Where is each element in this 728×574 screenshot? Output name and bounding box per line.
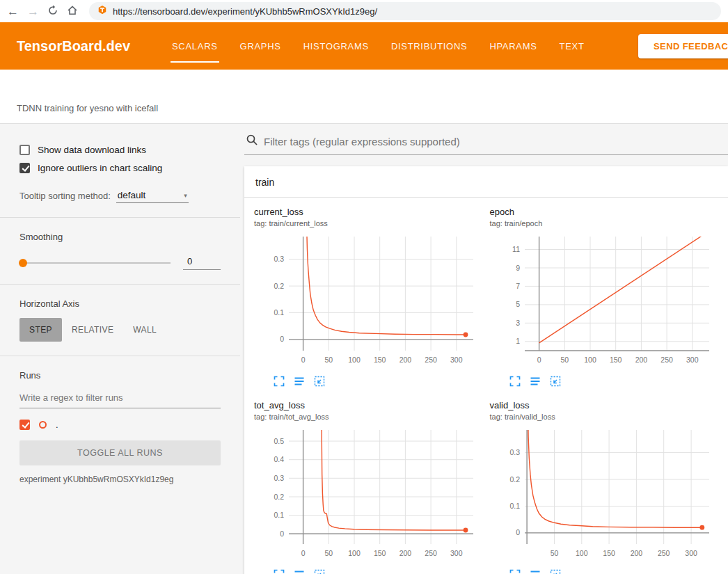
svg-text:150: 150	[374, 549, 386, 557]
smoothing-value[interactable]: 0	[183, 256, 221, 270]
svg-text:200: 200	[399, 356, 412, 364]
charts-grid: current_loss tag: train/current_loss 00.…	[244, 198, 728, 574]
fit-domain-icon[interactable]	[550, 376, 561, 387]
expand-icon[interactable]	[509, 569, 521, 574]
address-bar[interactable]: https://tensorboard.dev/experiment/yKUbh…	[89, 2, 721, 20]
scalar-line-chart[interactable]: 00.10.20.30.40.5050100150200250300	[254, 426, 477, 565]
chart-tag: tag: train/valid_loss	[490, 412, 719, 422]
svg-text:0.5: 0.5	[274, 437, 284, 445]
send-feedback-button[interactable]: SEND FEEDBACK	[638, 34, 728, 58]
svg-text:0: 0	[537, 356, 541, 364]
runs-label: Runs	[19, 370, 221, 381]
tab-histograms[interactable]: HISTOGRAMS	[292, 22, 380, 70]
axis-wall-button[interactable]: WALL	[123, 318, 166, 342]
app-header: TensorBoard.dev SCALARS GRAPHS HISTOGRAM…	[0, 22, 728, 70]
back-icon[interactable]: ←	[7, 6, 19, 17]
svg-text:250: 250	[660, 356, 673, 364]
fit-domain-icon[interactable]	[550, 569, 561, 574]
show-download-label: Show data download links	[38, 145, 146, 155]
svg-text:250: 250	[425, 356, 437, 364]
svg-text:50: 50	[324, 549, 333, 557]
svg-text:0.4: 0.4	[274, 455, 284, 463]
chart-tag: tag: train/current_loss	[254, 218, 483, 229]
expand-icon[interactable]	[509, 376, 521, 387]
svg-text:50: 50	[550, 549, 558, 557]
data-table-icon[interactable]	[530, 376, 541, 387]
run-checkbox[interactable]	[19, 420, 30, 430]
divider	[0, 356, 240, 356]
tab-text[interactable]: TEXT	[548, 22, 596, 70]
svg-text:250: 250	[425, 549, 437, 557]
show-download-checkbox[interactable]	[19, 145, 30, 155]
chart-card-epoch: epoch tag: train/epoch 13579110501001502…	[490, 206, 719, 387]
reload-icon[interactable]	[47, 5, 58, 18]
svg-text:0.2: 0.2	[509, 475, 520, 484]
svg-text:5: 5	[516, 300, 520, 308]
scalar-line-chart[interactable]: 00.10.20.350100150200250300	[490, 426, 713, 565]
tooltip-sorting-value: default	[118, 190, 146, 200]
toggle-all-runs-button[interactable]: TOGGLE ALL RUNS	[19, 440, 221, 465]
data-table-icon[interactable]	[294, 569, 305, 574]
chart-title: epoch	[490, 206, 719, 218]
scalar-line-chart[interactable]: 00.10.20.3050100150200250300	[254, 232, 477, 372]
slider-thumb[interactable]	[19, 259, 27, 267]
site-favicon	[97, 5, 107, 17]
svg-text:0.1: 0.1	[274, 511, 284, 519]
chart-tag: tag: train/epoch	[490, 218, 719, 229]
fit-domain-icon[interactable]	[314, 569, 325, 574]
axis-relative-button[interactable]: RELATIVE	[62, 318, 123, 342]
smoothing-label: Smoothing	[19, 232, 221, 242]
svg-text:0: 0	[301, 549, 306, 557]
svg-text:250: 250	[657, 549, 670, 557]
expand-icon[interactable]	[274, 376, 285, 387]
experiment-title-bar: TDNN training for yesno with icefall	[0, 70, 728, 124]
svg-text:3: 3	[516, 319, 520, 327]
tab-hparams[interactable]: HPARAMS	[478, 22, 548, 70]
chart-card-tot-avg-loss: tot_avg_loss tag: train/tot_avg_loss 00.…	[254, 399, 483, 574]
svg-text:50: 50	[560, 356, 569, 364]
svg-text:100: 100	[576, 549, 588, 557]
run-list-item[interactable]: .	[19, 420, 221, 430]
svg-text:150: 150	[609, 356, 622, 364]
scalar-line-chart[interactable]: 1357911050100150200250300	[490, 232, 713, 372]
tooltip-sorting-label: Tooltip sorting method:	[19, 191, 111, 203]
chevron-down-icon: ▾	[184, 192, 187, 199]
browser-toolbar: ← → https://tensorboard.dev/experiment/y…	[0, 0, 728, 22]
svg-text:0.3: 0.3	[274, 474, 284, 482]
svg-text:150: 150	[374, 356, 386, 364]
tab-graphs[interactable]: GRAPHS	[229, 22, 292, 70]
experiment-title: TDNN training for yesno with icefall	[17, 103, 158, 113]
data-table-icon[interactable]	[530, 569, 541, 574]
tag-filter-input[interactable]	[264, 136, 728, 148]
svg-text:300: 300	[685, 549, 697, 557]
svg-text:300: 300	[450, 549, 463, 557]
fit-domain-icon[interactable]	[314, 376, 325, 387]
axis-step-button[interactable]: STEP	[19, 318, 62, 342]
data-table-icon[interactable]	[294, 376, 305, 387]
expand-icon[interactable]	[274, 569, 285, 574]
home-icon[interactable]	[67, 5, 78, 18]
ignore-outliers-row[interactable]: Ignore outliers in chart scaling	[19, 163, 221, 173]
ignore-outliers-checkbox[interactable]	[19, 163, 30, 173]
svg-text:0: 0	[301, 356, 306, 364]
forward-icon[interactable]: →	[27, 6, 39, 17]
svg-text:100: 100	[348, 549, 361, 557]
horizontal-axis-toggle: STEP RELATIVE WALL	[19, 318, 221, 342]
smoothing-slider[interactable]	[19, 262, 171, 264]
svg-text:200: 200	[630, 549, 642, 557]
app-logo[interactable]: TensorBoard.dev	[17, 38, 130, 54]
experiment-id-note: experiment yKUbhb5wRmOSXYkId1z9eg	[19, 475, 221, 484]
section-header-train[interactable]: train	[244, 166, 728, 198]
svg-text:100: 100	[348, 356, 361, 364]
tooltip-sorting-select[interactable]: default ▾	[116, 189, 189, 203]
chart-card-current-loss: current_loss tag: train/current_loss 00.…	[254, 206, 483, 387]
tab-scalars[interactable]: SCALARS	[161, 22, 229, 70]
show-download-links-row[interactable]: Show data download links	[19, 145, 221, 155]
runs-filter-input[interactable]	[19, 390, 221, 408]
url-text[interactable]: https://tensorboard.dev/experiment/yKUbh…	[113, 6, 377, 17]
divider	[0, 217, 240, 218]
svg-text:11: 11	[512, 245, 520, 253]
settings-sidebar: Show data download links Ignore outliers…	[0, 124, 240, 574]
tab-distributions[interactable]: DISTRIBUTIONS	[380, 22, 479, 70]
svg-text:0.1: 0.1	[274, 308, 284, 317]
